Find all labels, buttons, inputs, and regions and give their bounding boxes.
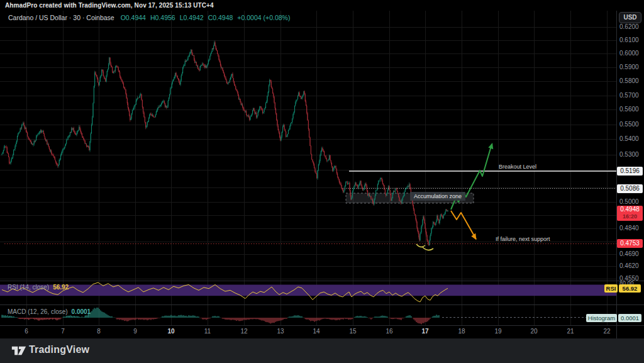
ohlc-values: O0.4944H0.4956L0.4942C0.4948+0.0004 (+0.…	[121, 14, 295, 21]
time-tick: 8	[89, 328, 108, 335]
price-tick: 0.4690	[619, 250, 641, 258]
candle-countdown: 16:20	[617, 213, 643, 220]
chart-canvas[interactable]	[0, 0, 644, 363]
change-value: +0.0004 (+0.08%)	[237, 14, 290, 21]
symbol-legend[interactable]: Cardano / US Dollar · 30 · CoinbaseO0.49…	[8, 14, 294, 21]
level-price-tag: 0.5196	[617, 167, 643, 176]
price-tick: 0.5800	[619, 77, 641, 85]
footer-bar: TradingView	[0, 338, 644, 363]
price-tick: 0.4620	[619, 262, 641, 270]
time-tick: 11	[198, 328, 217, 335]
ohlc-item: O0.4944	[121, 14, 146, 21]
macd-label-text: MACD (12, 26, close)	[8, 308, 68, 315]
breakout-level-label[interactable]: Breakout Level	[499, 164, 536, 170]
ohlc-item: C0.4948	[208, 14, 233, 21]
time-tick: 12	[235, 328, 253, 335]
ohlc-item: H0.4956	[150, 14, 175, 21]
price-tick: 0.5000	[619, 198, 641, 206]
price-tick: 0.6000	[619, 50, 641, 57]
symbol-title: Cardano / US Dollar · 30 · Coinbase	[8, 14, 114, 21]
price-tick: 0.5300	[619, 151, 641, 159]
time-tick: 15	[343, 328, 362, 335]
histogram-tag: Histogram	[586, 314, 617, 322]
rsi-value-tag: 56.92	[619, 284, 641, 293]
level-price-tag: 0.5086	[617, 184, 643, 193]
time-tick: 9	[126, 328, 145, 335]
time-tick: 20	[525, 328, 543, 335]
currency-button[interactable]: USD	[619, 12, 641, 23]
price-tick: 0.4840	[619, 225, 641, 232]
rsi-pane-label[interactable]: RSI (14, close)56.92	[8, 284, 69, 291]
ohlc-item: L0.4942	[180, 14, 204, 21]
time-tick: 17	[416, 328, 435, 335]
time-tick: 14	[307, 328, 326, 335]
price-tick: 0.5900	[619, 64, 641, 71]
time-tick: 22	[597, 328, 616, 335]
accumulation-zone-label[interactable]: Accumulation zone	[410, 192, 465, 201]
time-tick: 16	[380, 328, 399, 335]
current-price-tag: 0.494816:20	[617, 206, 643, 221]
rsi-label-text: RSI (14, close)	[8, 284, 49, 291]
macd-value: 0.0001	[72, 308, 91, 315]
tradingview-chart-widget: AhmadPro created with TradingView.com, N…	[0, 0, 644, 363]
price-tick: 0.6200	[619, 23, 641, 31]
time-tick: 19	[489, 328, 508, 335]
support-price-tag: 0.4753	[617, 239, 643, 248]
rsi-value: 56.92	[53, 284, 69, 291]
price-tick: 0.6100	[619, 36, 641, 44]
price-tick: 0.5600	[619, 106, 641, 113]
time-tick: 10	[162, 328, 180, 335]
time-tick: 6	[17, 328, 36, 335]
histogram-value-tag: 0.0001	[618, 314, 641, 322]
price-tick: 0.5700	[619, 92, 641, 99]
tradingview-logo-text[interactable]: TradingView	[29, 344, 89, 355]
failure-support-label[interactable]: If failure, next support	[496, 236, 550, 242]
price-tick: 0.5400	[619, 135, 641, 143]
tradingview-logo-icon[interactable]	[11, 344, 26, 357]
macd-pane-label[interactable]: MACD (12, 26, close)0.0001	[8, 308, 91, 315]
attribution-text: AhmadPro created with TradingView.com, N…	[5, 2, 214, 9]
time-tick: 7	[53, 328, 72, 335]
time-tick: 18	[452, 328, 471, 335]
rsi-tag: RSI	[604, 284, 618, 293]
time-tick: 13	[271, 328, 290, 335]
time-tick: 21	[561, 328, 580, 335]
price-tick: 0.5500	[619, 121, 641, 128]
